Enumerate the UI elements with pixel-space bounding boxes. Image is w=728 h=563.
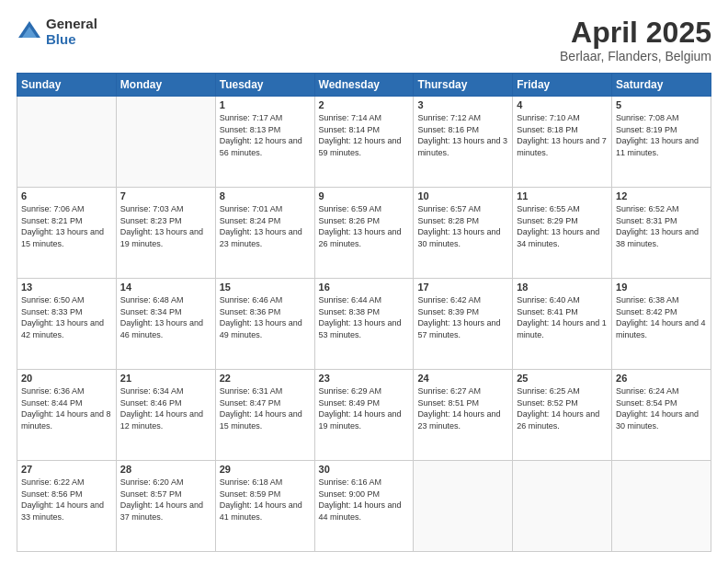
week-row-3: 13Sunrise: 6:50 AM Sunset: 8:33 PM Dayli…	[17, 279, 711, 370]
calendar-cell: 22Sunrise: 6:31 AM Sunset: 8:47 PM Dayli…	[215, 370, 314, 461]
day-info: Sunrise: 6:38 AM Sunset: 8:42 PM Dayligh…	[616, 294, 707, 340]
day-info: Sunrise: 7:01 AM Sunset: 8:24 PM Dayligh…	[220, 203, 311, 249]
header: General Blue April 2025 Berlaar, Flander…	[17, 17, 711, 63]
day-number: 6	[21, 190, 112, 201]
day-info: Sunrise: 6:29 AM Sunset: 8:49 PM Dayligh…	[319, 385, 410, 431]
logo: General Blue	[17, 17, 97, 47]
calendar-cell	[612, 461, 711, 552]
calendar-cell: 28Sunrise: 6:20 AM Sunset: 8:57 PM Dayli…	[116, 461, 215, 552]
calendar-cell: 18Sunrise: 6:40 AM Sunset: 8:41 PM Dayli…	[513, 279, 612, 370]
day-number: 28	[120, 464, 211, 475]
day-number: 4	[517, 99, 608, 110]
day-info: Sunrise: 6:18 AM Sunset: 8:59 PM Dayligh…	[220, 477, 311, 523]
day-info: Sunrise: 6:27 AM Sunset: 8:51 PM Dayligh…	[417, 385, 508, 431]
day-number: 1	[220, 99, 311, 110]
day-number: 10	[417, 190, 508, 201]
day-info: Sunrise: 6:50 AM Sunset: 8:33 PM Dayligh…	[21, 294, 112, 340]
calendar-cell: 4Sunrise: 7:10 AM Sunset: 8:18 PM Daylig…	[513, 97, 612, 188]
calendar-cell: 25Sunrise: 6:25 AM Sunset: 8:52 PM Dayli…	[513, 370, 612, 461]
day-number: 17	[417, 282, 508, 293]
calendar-cell: 11Sunrise: 6:55 AM Sunset: 8:29 PM Dayli…	[513, 188, 612, 279]
day-info: Sunrise: 7:08 AM Sunset: 8:19 PM Dayligh…	[616, 112, 707, 158]
weekday-header-saturday: Saturday	[612, 74, 711, 97]
logo-general-text: General	[46, 17, 97, 32]
calendar-cell: 10Sunrise: 6:57 AM Sunset: 8:28 PM Dayli…	[414, 188, 513, 279]
calendar-cell: 23Sunrise: 6:29 AM Sunset: 8:49 PM Dayli…	[314, 370, 414, 461]
day-info: Sunrise: 6:40 AM Sunset: 8:41 PM Dayligh…	[517, 294, 608, 340]
week-row-4: 20Sunrise: 6:36 AM Sunset: 8:44 PM Dayli…	[17, 370, 711, 461]
weekday-header-sunday: Sunday	[17, 74, 117, 97]
day-number: 23	[319, 373, 410, 384]
calendar-cell: 6Sunrise: 7:06 AM Sunset: 8:21 PM Daylig…	[17, 188, 117, 279]
calendar-cell: 30Sunrise: 6:16 AM Sunset: 9:00 PM Dayli…	[314, 461, 414, 552]
day-info: Sunrise: 6:57 AM Sunset: 8:28 PM Dayligh…	[417, 203, 508, 249]
calendar-cell: 19Sunrise: 6:38 AM Sunset: 8:42 PM Dayli…	[612, 279, 711, 370]
weekday-header-friday: Friday	[513, 74, 612, 97]
day-number: 16	[319, 282, 410, 293]
calendar-cell: 7Sunrise: 7:03 AM Sunset: 8:23 PM Daylig…	[116, 188, 215, 279]
calendar-cell	[17, 97, 117, 188]
day-info: Sunrise: 7:06 AM Sunset: 8:21 PM Dayligh…	[21, 203, 112, 249]
day-number: 18	[517, 282, 608, 293]
day-info: Sunrise: 7:17 AM Sunset: 8:13 PM Dayligh…	[220, 112, 311, 158]
day-info: Sunrise: 7:03 AM Sunset: 8:23 PM Dayligh…	[120, 203, 211, 249]
logo-blue-text: Blue	[46, 32, 97, 48]
calendar-table: SundayMondayTuesdayWednesdayThursdayFrid…	[17, 73, 711, 552]
day-info: Sunrise: 6:59 AM Sunset: 8:26 PM Dayligh…	[319, 203, 410, 249]
calendar-cell: 15Sunrise: 6:46 AM Sunset: 8:36 PM Dayli…	[215, 279, 314, 370]
day-number: 19	[616, 282, 707, 293]
day-number: 12	[616, 190, 707, 201]
day-number: 8	[220, 190, 311, 201]
calendar-cell: 8Sunrise: 7:01 AM Sunset: 8:24 PM Daylig…	[215, 188, 314, 279]
week-row-5: 27Sunrise: 6:22 AM Sunset: 8:56 PM Dayli…	[17, 461, 711, 552]
day-number: 25	[517, 373, 608, 384]
logo-icon	[17, 19, 42, 45]
day-number: 22	[220, 373, 311, 384]
calendar-cell: 14Sunrise: 6:48 AM Sunset: 8:34 PM Dayli…	[116, 279, 215, 370]
calendar-cell: 27Sunrise: 6:22 AM Sunset: 8:56 PM Dayli…	[17, 461, 117, 552]
page: General Blue April 2025 Berlaar, Flander…	[0, 0, 728, 563]
day-number: 14	[120, 282, 211, 293]
calendar-cell: 17Sunrise: 6:42 AM Sunset: 8:39 PM Dayli…	[414, 279, 513, 370]
day-info: Sunrise: 6:24 AM Sunset: 8:54 PM Dayligh…	[616, 385, 707, 431]
calendar-cell: 5Sunrise: 7:08 AM Sunset: 8:19 PM Daylig…	[612, 97, 711, 188]
calendar-cell	[513, 461, 612, 552]
day-number: 26	[616, 373, 707, 384]
day-number: 13	[21, 282, 112, 293]
title-block: April 2025 Berlaar, Flanders, Belgium	[560, 17, 711, 63]
calendar-title: April 2025	[560, 17, 711, 49]
day-number: 5	[616, 99, 707, 110]
calendar-subtitle: Berlaar, Flanders, Belgium	[560, 49, 711, 63]
day-number: 15	[220, 282, 311, 293]
day-number: 9	[319, 190, 410, 201]
day-number: 30	[319, 464, 410, 475]
day-number: 7	[120, 190, 211, 201]
calendar-cell: 21Sunrise: 6:34 AM Sunset: 8:46 PM Dayli…	[116, 370, 215, 461]
day-info: Sunrise: 6:55 AM Sunset: 8:29 PM Dayligh…	[517, 203, 608, 249]
weekday-header-row: SundayMondayTuesdayWednesdayThursdayFrid…	[17, 74, 711, 97]
week-row-1: 1Sunrise: 7:17 AM Sunset: 8:13 PM Daylig…	[17, 97, 711, 188]
day-info: Sunrise: 6:44 AM Sunset: 8:38 PM Dayligh…	[319, 294, 410, 340]
calendar-cell: 12Sunrise: 6:52 AM Sunset: 8:31 PM Dayli…	[612, 188, 711, 279]
calendar-cell: 13Sunrise: 6:50 AM Sunset: 8:33 PM Dayli…	[17, 279, 117, 370]
calendar-cell	[116, 97, 215, 188]
calendar-cell: 9Sunrise: 6:59 AM Sunset: 8:26 PM Daylig…	[314, 188, 414, 279]
day-info: Sunrise: 7:14 AM Sunset: 8:14 PM Dayligh…	[319, 112, 410, 158]
day-info: Sunrise: 6:52 AM Sunset: 8:31 PM Dayligh…	[616, 203, 707, 249]
day-info: Sunrise: 6:20 AM Sunset: 8:57 PM Dayligh…	[120, 477, 211, 523]
day-info: Sunrise: 7:10 AM Sunset: 8:18 PM Dayligh…	[517, 112, 608, 158]
calendar-cell: 1Sunrise: 7:17 AM Sunset: 8:13 PM Daylig…	[215, 97, 314, 188]
day-number: 3	[417, 99, 508, 110]
day-number: 21	[120, 373, 211, 384]
day-number: 24	[417, 373, 508, 384]
day-info: Sunrise: 6:48 AM Sunset: 8:34 PM Dayligh…	[120, 294, 211, 340]
day-info: Sunrise: 6:16 AM Sunset: 9:00 PM Dayligh…	[319, 477, 410, 523]
weekday-header-monday: Monday	[116, 74, 215, 97]
day-number: 20	[21, 373, 112, 384]
weekday-header-thursday: Thursday	[414, 74, 513, 97]
day-info: Sunrise: 6:31 AM Sunset: 8:47 PM Dayligh…	[220, 385, 311, 431]
day-info: Sunrise: 6:25 AM Sunset: 8:52 PM Dayligh…	[517, 385, 608, 431]
day-number: 11	[517, 190, 608, 201]
calendar-cell: 3Sunrise: 7:12 AM Sunset: 8:16 PM Daylig…	[414, 97, 513, 188]
calendar-cell	[414, 461, 513, 552]
